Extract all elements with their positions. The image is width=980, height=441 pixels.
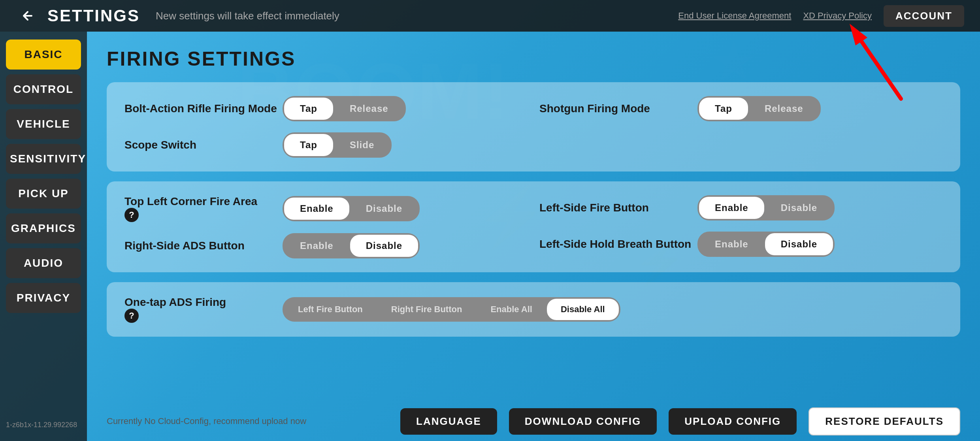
top-bar: SETTINGS New settings will take effect i… — [0, 0, 980, 32]
right-side-ads-disable-btn[interactable]: Disable — [350, 235, 418, 257]
top-left-enable-btn[interactable]: Enable — [284, 198, 349, 220]
shotgun-tap-btn[interactable]: Tap — [699, 98, 748, 120]
left-side-fire-disable-btn[interactable]: Disable — [765, 197, 833, 219]
sidebar-item-basic[interactable]: BASIC — [6, 40, 81, 70]
left-side-fire-row: Left-Side Fire Button Enable Disable — [539, 195, 942, 220]
download-config-button[interactable]: DOWNLOAD CONFIG — [509, 408, 657, 435]
right-side-ads-enable-btn[interactable]: Enable — [284, 235, 349, 257]
top-left-corner-label: Top Left Corner Fire Area ? — [124, 195, 283, 222]
firing-mode-section: Bolt-Action Rifle Firing Mode Tap Releas… — [107, 82, 960, 172]
sidebar-item-sensitivity[interactable]: SENSITIVITY — [6, 144, 81, 174]
top-left-disable-btn[interactable]: Disable — [350, 198, 418, 220]
scope-switch-row: Scope Switch Tap Slide — [124, 132, 942, 158]
language-button[interactable]: LANGUAGE — [400, 408, 497, 435]
ads-firing-section: One-tap ADS Firing ? Left Fire Button Ri… — [107, 282, 960, 337]
eula-link[interactable]: End User License Agreement — [678, 11, 791, 21]
right-side-ads-row: Right-Side ADS Button Enable Disable — [124, 233, 528, 258]
bolt-action-toggle: Tap Release — [283, 96, 406, 121]
left-side-breath-label: Left-Side Hold Breath Button — [539, 238, 697, 251]
top-notice: New settings will take effect immediatel… — [156, 10, 678, 22]
left-side-breath-enable-btn[interactable]: Enable — [699, 233, 764, 255]
upload-config-button[interactable]: UPLOAD CONFIG — [669, 408, 797, 435]
shotgun-label: Shotgun Firing Mode — [539, 102, 697, 115]
account-button[interactable]: ACCOUNT — [884, 5, 964, 27]
top-left-corner-toggle: Enable Disable — [283, 196, 420, 221]
sidebar-item-control[interactable]: CONTROL — [6, 74, 81, 104]
left-side-breath-row: Left-Side Hold Breath Button Enable Disa… — [539, 232, 942, 257]
bottom-bar: Currently No Cloud-Config, recommend upl… — [87, 401, 980, 441]
ads-firing-row: One-tap ADS Firing ? Left Fire Button Ri… — [124, 296, 942, 323]
bolt-action-tap-btn[interactable]: Tap — [284, 98, 333, 120]
fire-buttons-right: Left-Side Fire Button Enable Disable Lef… — [539, 195, 942, 258]
privacy-link[interactable]: XD Privacy Policy — [803, 11, 872, 21]
scope-switch-label: Scope Switch — [124, 139, 283, 151]
left-side-fire-enable-btn[interactable]: Enable — [699, 197, 764, 219]
back-button[interactable] — [16, 4, 40, 28]
fire-buttons-left: Top Left Corner Fire Area ? Enable Disab… — [124, 195, 528, 258]
top-links: End User License Agreement XD Privacy Po… — [678, 11, 872, 21]
shotgun-toggle: Tap Release — [697, 96, 821, 121]
sidebar-item-vehicle[interactable]: VEHICLE — [6, 109, 81, 139]
cloud-config-text: Currently No Cloud-Config, recommend upl… — [107, 416, 306, 426]
sidebar-item-graphics[interactable]: GRAPHICS — [6, 213, 81, 243]
right-side-ads-label: Right-Side ADS Button — [124, 239, 283, 252]
left-side-breath-disable-btn[interactable]: Disable — [765, 233, 833, 255]
restore-defaults-button[interactable]: RESTORE DEFAULTS — [808, 407, 960, 435]
ads-right-fire-btn[interactable]: Right Fire Button — [377, 299, 476, 320]
version-text: 1-z6b1x-11.29.992268 — [6, 417, 81, 433]
ads-firing-help-icon[interactable]: ? — [124, 309, 139, 323]
page-title: FIRING SETTINGS — [107, 47, 960, 70]
left-side-fire-toggle: Enable Disable — [697, 195, 835, 220]
sidebar: BASIC CONTROL VEHICLE SENSITIVITY PICK U… — [0, 32, 87, 441]
ads-left-fire-btn[interactable]: Left Fire Button — [284, 299, 377, 320]
bolt-action-release-btn[interactable]: Release — [334, 98, 404, 120]
right-side-ads-toggle: Enable Disable — [283, 233, 420, 258]
ads-firing-label: One-tap ADS Firing ? — [124, 296, 283, 323]
scope-tap-btn[interactable]: Tap — [284, 134, 333, 156]
sidebar-item-pickup[interactable]: PICK UP — [6, 179, 81, 209]
app-title: SETTINGS — [47, 6, 140, 25]
fire-buttons-section: Top Left Corner Fire Area ? Enable Disab… — [107, 181, 960, 272]
left-side-fire-label: Left-Side Fire Button — [539, 202, 697, 214]
shotgun-release-btn[interactable]: Release — [749, 98, 819, 120]
sidebar-item-privacy[interactable]: PRIVACY — [6, 283, 81, 313]
bolt-action-row: Bolt-Action Rifle Firing Mode Tap Releas… — [124, 96, 528, 121]
ads-enable-all-btn[interactable]: Enable All — [477, 299, 546, 320]
left-side-breath-toggle: Enable Disable — [697, 232, 835, 257]
scope-slide-btn[interactable]: Slide — [334, 134, 390, 156]
ads-firing-toggle: Left Fire Button Right Fire Button Enabl… — [283, 297, 620, 322]
top-left-corner-help-icon[interactable]: ? — [124, 208, 139, 222]
scope-switch-toggle: Tap Slide — [283, 132, 392, 158]
shotgun-row: Shotgun Firing Mode Tap Release — [539, 96, 942, 121]
ads-disable-all-btn[interactable]: Disable All — [547, 299, 619, 320]
top-left-corner-row: Top Left Corner Fire Area ? Enable Disab… — [124, 195, 528, 222]
main-content: FIRING SETTINGS Bolt-Action Rifle Firing… — [87, 32, 980, 441]
bolt-action-label: Bolt-Action Rifle Firing Mode — [124, 102, 283, 115]
sidebar-item-audio[interactable]: AUDIO — [6, 248, 81, 278]
